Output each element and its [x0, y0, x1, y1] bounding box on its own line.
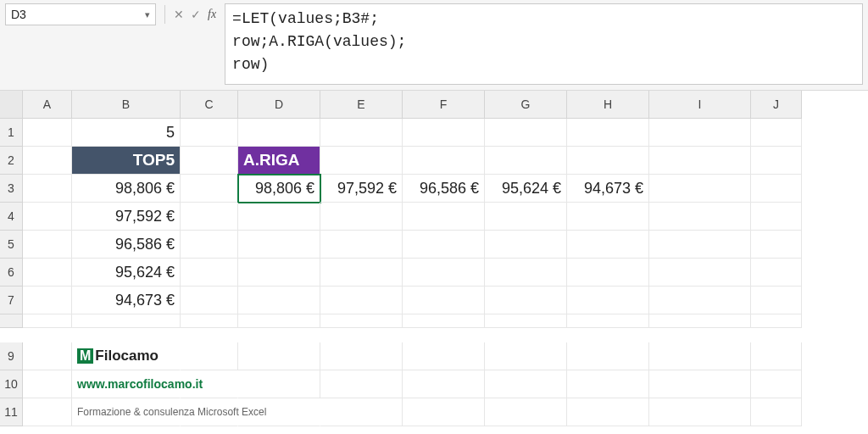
cell-D2-header-ariga[interactable]: A.RIGA: [238, 147, 320, 175]
fx-icon[interactable]: fx: [208, 8, 216, 21]
cell-F11[interactable]: [403, 398, 485, 426]
cell-F5[interactable]: [403, 231, 485, 259]
cell-B2-header-top5[interactable]: TOP5: [72, 147, 181, 175]
cell-D3[interactable]: 98,806 €: [238, 175, 320, 203]
row-head-3[interactable]: 3: [0, 175, 23, 203]
col-head-G[interactable]: G: [485, 91, 567, 119]
cell-I1[interactable]: [649, 119, 751, 147]
cell-G7[interactable]: [485, 287, 567, 314]
cell-H10[interactable]: [567, 370, 649, 398]
cell-F6[interactable]: [403, 259, 485, 287]
cell-A10[interactable]: [23, 370, 72, 398]
cell-E6[interactable]: [320, 259, 403, 287]
cell-G1[interactable]: [485, 119, 567, 147]
cell-J3[interactable]: [751, 175, 802, 203]
cell-I5[interactable]: [649, 231, 751, 259]
cell-H7[interactable]: [567, 287, 649, 314]
spreadsheet-grid[interactable]: A B C D E F G H I J 1 5 2 TOP5 A.RIGA 3 …: [0, 91, 868, 426]
cell-I7[interactable]: [649, 287, 751, 314]
cell-C1[interactable]: [181, 119, 238, 147]
formula-input[interactable]: =LET(values;B3#; row;A.RIGA(values); row…: [225, 3, 863, 85]
cell-B1[interactable]: 5: [72, 119, 181, 147]
enter-icon[interactable]: ✓: [191, 8, 201, 21]
cell-G3[interactable]: 95,624 €: [485, 175, 567, 203]
cell-F2[interactable]: [403, 147, 485, 175]
cell-G10[interactable]: [485, 370, 567, 398]
cell-F3[interactable]: 96,586 €: [403, 175, 485, 203]
cell-A1[interactable]: [23, 119, 72, 147]
cell-G2[interactable]: [485, 147, 567, 175]
cell-E4[interactable]: [320, 203, 403, 231]
cell-E8[interactable]: [320, 314, 403, 328]
cell-I9[interactable]: [649, 342, 751, 370]
cell-E3[interactable]: 97,592 €: [320, 175, 403, 203]
cell-D5[interactable]: [238, 231, 320, 259]
cell-E7[interactable]: [320, 287, 403, 314]
row-head-6[interactable]: 6: [0, 259, 23, 287]
cell-F10[interactable]: [403, 370, 485, 398]
cell-B11-tagline[interactable]: Formazione & consulenza Microsoft Excel: [72, 398, 181, 426]
row-head-2[interactable]: 2: [0, 147, 23, 175]
cell-H3[interactable]: 94,673 €: [567, 175, 649, 203]
cell-C5[interactable]: [181, 231, 238, 259]
row-head-4[interactable]: 4: [0, 203, 23, 231]
cell-J8[interactable]: [751, 314, 802, 328]
row-head-8[interactable]: [0, 314, 23, 328]
name-box[interactable]: D3 ▾: [5, 3, 156, 25]
cell-B7[interactable]: 94,673 €: [72, 287, 181, 314]
cell-F8[interactable]: [403, 314, 485, 328]
col-head-A[interactable]: A: [23, 91, 72, 119]
row-head-10[interactable]: 10: [0, 370, 23, 398]
cell-J1[interactable]: [751, 119, 802, 147]
cell-I10[interactable]: [649, 370, 751, 398]
cell-G8[interactable]: [485, 314, 567, 328]
col-head-F[interactable]: F: [403, 91, 485, 119]
cell-E1[interactable]: [320, 119, 403, 147]
cell-H6[interactable]: [567, 259, 649, 287]
cell-A11[interactable]: [23, 398, 72, 426]
col-head-H[interactable]: H: [567, 91, 649, 119]
cell-D10[interactable]: [238, 370, 320, 398]
cell-G5[interactable]: [485, 231, 567, 259]
cell-A7[interactable]: [23, 287, 72, 314]
cell-B4[interactable]: 97,592 €: [72, 203, 181, 231]
cell-I11[interactable]: [649, 398, 751, 426]
cell-I8[interactable]: [649, 314, 751, 328]
cell-G4[interactable]: [485, 203, 567, 231]
cell-C3[interactable]: [181, 175, 238, 203]
row-head-1[interactable]: 1: [0, 119, 23, 147]
cell-I2[interactable]: [649, 147, 751, 175]
col-head-J[interactable]: J: [751, 91, 802, 119]
col-head-C[interactable]: C: [181, 91, 238, 119]
cell-H9[interactable]: [567, 342, 649, 370]
cell-F4[interactable]: [403, 203, 485, 231]
cell-J5[interactable]: [751, 231, 802, 259]
cell-H8[interactable]: [567, 314, 649, 328]
cell-A6[interactable]: [23, 259, 72, 287]
cell-J4[interactable]: [751, 203, 802, 231]
row-head-7[interactable]: 7: [0, 287, 23, 314]
chevron-down-icon[interactable]: ▾: [145, 9, 150, 20]
col-head-E[interactable]: E: [320, 91, 403, 119]
cell-H1[interactable]: [567, 119, 649, 147]
cell-J9[interactable]: [751, 342, 802, 370]
cell-C8[interactable]: [181, 314, 238, 328]
cell-J11[interactable]: [751, 398, 802, 426]
cell-D8[interactable]: [238, 314, 320, 328]
col-head-D[interactable]: D: [238, 91, 320, 119]
cell-C4[interactable]: [181, 203, 238, 231]
cell-G6[interactable]: [485, 259, 567, 287]
cell-C6[interactable]: [181, 259, 238, 287]
cell-A5[interactable]: [23, 231, 72, 259]
cell-B5[interactable]: 96,586 €: [72, 231, 181, 259]
cell-H2[interactable]: [567, 147, 649, 175]
cell-E11[interactable]: [320, 398, 403, 426]
cell-A8[interactable]: [23, 314, 72, 328]
cell-F1[interactable]: [403, 119, 485, 147]
cell-B3[interactable]: 98,806 €: [72, 175, 181, 203]
cell-B10-url[interactable]: www.marcofilocamo.it: [72, 370, 181, 398]
cell-A3[interactable]: [23, 175, 72, 203]
cell-A2[interactable]: [23, 147, 72, 175]
row-head-5[interactable]: 5: [0, 231, 23, 259]
cell-E9[interactable]: [320, 342, 403, 370]
